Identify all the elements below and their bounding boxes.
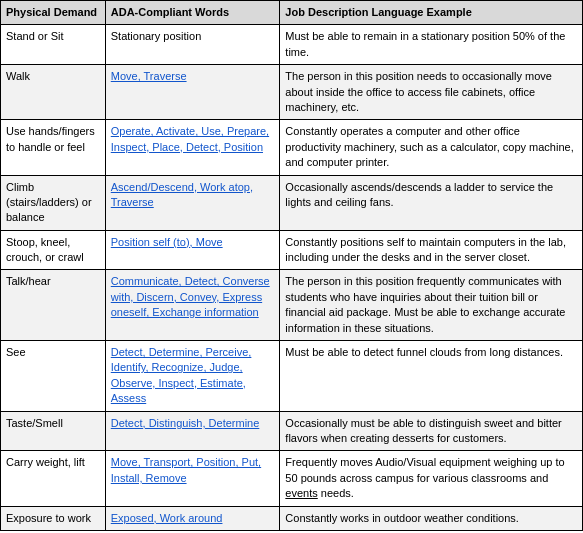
table-row: Stoop, kneel, crouch, or crawlPosition s…: [1, 230, 583, 270]
cell-ada-words: Communicate, Detect, Converse with, Disc…: [105, 270, 280, 341]
cell-demand: Exposure to work: [1, 506, 106, 530]
cell-ada-words: Detect, Distinguish, Determine: [105, 411, 280, 451]
cell-demand: Walk: [1, 65, 106, 120]
cell-ada-words: Stationary position: [105, 25, 280, 65]
header-physical-demand: Physical Demand: [1, 1, 106, 25]
table-row: Climb (stairs/ladders) or balanceAscend/…: [1, 175, 583, 230]
table-row: Carry weight, liftMove, Transport, Posit…: [1, 451, 583, 506]
cell-ada-words: Ascend/Descend, Work atop, Traverse: [105, 175, 280, 230]
cell-demand: Use hands/fingers to handle or feel: [1, 120, 106, 175]
table-row: Talk/hearCommunicate, Detect, Converse w…: [1, 270, 583, 341]
cell-example: The person in this position frequently c…: [280, 270, 583, 341]
cell-example: The person in this position needs to occ…: [280, 65, 583, 120]
ada-table: Physical Demand ADA-Compliant Words Job …: [0, 0, 583, 531]
table-row: Use hands/fingers to handle or feelOpera…: [1, 120, 583, 175]
cell-demand: Carry weight, lift: [1, 451, 106, 506]
cell-demand: See: [1, 341, 106, 412]
cell-demand: Talk/hear: [1, 270, 106, 341]
table-row: Stand or SitStationary positionMust be a…: [1, 25, 583, 65]
cell-example: Constantly positions self to maintain co…: [280, 230, 583, 270]
cell-ada-words: Exposed, Work around: [105, 506, 280, 530]
cell-example: Must be able to detect funnel clouds fro…: [280, 341, 583, 412]
cell-example: Occasionally must be able to distinguish…: [280, 411, 583, 451]
cell-demand: Taste/Smell: [1, 411, 106, 451]
cell-example: Constantly operates a computer and other…: [280, 120, 583, 175]
cell-ada-words: Position self (to), Move: [105, 230, 280, 270]
table-row: Exposure to workExposed, Work aroundCons…: [1, 506, 583, 530]
cell-example: Frequently moves Audio/Visual equipment …: [280, 451, 583, 506]
cell-demand: Stoop, kneel, crouch, or crawl: [1, 230, 106, 270]
cell-ada-words: Operate, Activate, Use, Prepare, Inspect…: [105, 120, 280, 175]
table-row: Taste/SmellDetect, Distinguish, Determin…: [1, 411, 583, 451]
cell-demand: Stand or Sit: [1, 25, 106, 65]
cell-example: Must be able to remain in a stationary p…: [280, 25, 583, 65]
cell-ada-words: Move, Transport, Position, Put, Install,…: [105, 451, 280, 506]
cell-example: Constantly works in outdoor weather cond…: [280, 506, 583, 530]
cell-ada-words: Detect, Determine, Perceive, Identify, R…: [105, 341, 280, 412]
table-row: SeeDetect, Determine, Perceive, Identify…: [1, 341, 583, 412]
table-header-row: Physical Demand ADA-Compliant Words Job …: [1, 1, 583, 25]
header-ada-words: ADA-Compliant Words: [105, 1, 280, 25]
table-row: WalkMove, TraverseThe person in this pos…: [1, 65, 583, 120]
header-example: Job Description Language Example: [280, 1, 583, 25]
cell-demand: Climb (stairs/ladders) or balance: [1, 175, 106, 230]
cell-example: Occasionally ascends/descends a ladder t…: [280, 175, 583, 230]
cell-ada-words: Move, Traverse: [105, 65, 280, 120]
